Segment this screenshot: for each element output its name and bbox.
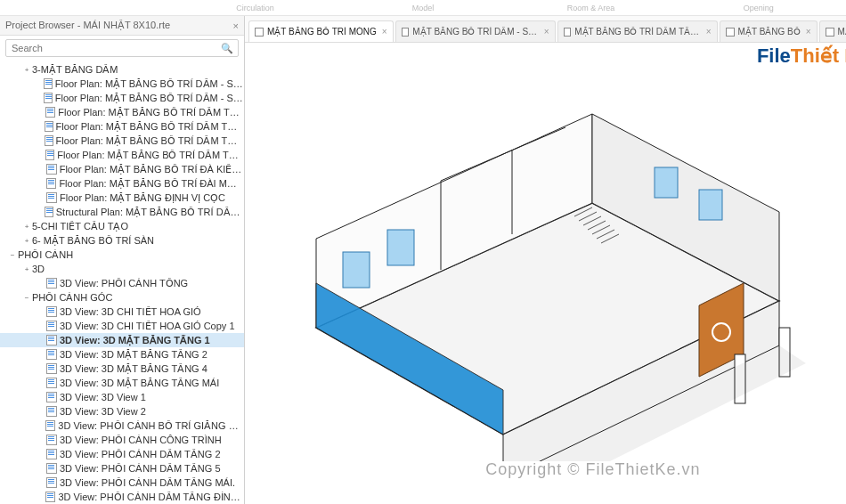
tree-node[interactable]: +6- MẶT BẰNG BỐ TRÍ SÀN bbox=[0, 233, 244, 248]
view-tab[interactable]: MẶT BẰNG BỐ TRÍ DẦM - SÀN TẦ...× bbox=[395, 20, 556, 42]
tree-node[interactable]: −PHỐI CẢNH GÓC bbox=[0, 290, 244, 305]
tree-leaf[interactable]: 3D View: PHỐI CẢNH DẦM TẦNG MÁI. bbox=[0, 476, 244, 490]
expand-icon[interactable]: − bbox=[7, 251, 18, 259]
tree-node[interactable]: +3D bbox=[0, 262, 244, 276]
view-tab[interactable]: MẶT BẰNG BỐ TRÍ DẦM TẦNG 2 C...× bbox=[557, 20, 718, 42]
close-icon[interactable]: × bbox=[706, 27, 712, 37]
view-icon bbox=[45, 420, 55, 431]
tree-leaf[interactable]: 3D View: 3D View 1 bbox=[0, 390, 244, 404]
view-icon bbox=[46, 378, 57, 388]
close-icon[interactable]: × bbox=[382, 27, 387, 37]
view-icon bbox=[46, 178, 57, 189]
close-icon[interactable]: × bbox=[233, 20, 239, 31]
tree-leaf[interactable]: 3D View: 3D CHI TIẾT HOA GIÓ bbox=[0, 305, 244, 319]
tree-item-label: Floor Plan: MẶT BẰNG BỐ TRÍ ĐÀI MÓNG bbox=[59, 178, 244, 190]
tree-item-label: 3D View: 3D MẶT BẰNG TẦNG 2 bbox=[60, 349, 207, 361]
tree-leaf[interactable]: Floor Plan: MẶT BẰNG BỐ TRÍ DẦM TẦNG MÁI bbox=[0, 148, 244, 162]
tree-node[interactable]: +5-CHI TIẾT CẤU TẠO bbox=[0, 219, 244, 233]
tree-item-label: 3D View: PHỐI CẢNH CÔNG TRÌNH bbox=[60, 435, 222, 446]
project-browser-panel: Project Browser - MÁI NHẬT 8X10.rte × 🔍 … bbox=[0, 16, 245, 504]
view-icon bbox=[46, 392, 57, 402]
view-icon bbox=[46, 363, 57, 374]
expand-icon[interactable]: + bbox=[21, 265, 32, 273]
tab-label: MẶT BẰNG BỐ TRÍ DẦM TẦNG 2 C... bbox=[574, 27, 701, 37]
model-render bbox=[281, 78, 806, 461]
tree-item-label: 6- MẶT BẰNG BỐ TRÍ SÀN bbox=[32, 235, 154, 247]
tree-item-label: 3D View: 3D View 1 bbox=[60, 392, 146, 402]
view-icon bbox=[45, 492, 55, 502]
tree-leaf[interactable]: Structural Plan: MẶT BẰNG BỐ TRÍ DẦM TẦN… bbox=[0, 205, 244, 219]
tree-item-label: 3D View: PHỐI CẢNH BỐ TRÍ GIẰNG MÓNG bbox=[58, 420, 244, 432]
view-icon bbox=[46, 335, 57, 345]
project-tree[interactable]: +3-MẶT BẰNG DẦMFloor Plan: MẶT BẰNG BỐ T… bbox=[0, 61, 244, 504]
tree-leaf[interactable]: Floor Plan: MẶT BẰNG BỐ TRÍ DẦM TẦNG 3 C… bbox=[0, 134, 244, 148]
view-icon bbox=[46, 306, 57, 317]
tree-leaf[interactable]: 3D View: 3D MẶT BẰNG TẦNG 2 bbox=[0, 347, 244, 362]
expand-icon[interactable]: − bbox=[21, 294, 32, 302]
panel-title: Project Browser - MÁI NHẬT 8X10.rte bbox=[5, 20, 170, 31]
tree-item-label: Floor Plan: MẶT BẰNG BỐ TRÍ DẦM TẦNG 2 C… bbox=[56, 121, 244, 133]
tree-leaf[interactable]: Floor Plan: MẶT BẰNG BỐ TRÍ ĐÀI MÓNG bbox=[0, 176, 244, 191]
expand-icon[interactable]: + bbox=[21, 237, 32, 245]
svg-rect-21 bbox=[655, 167, 678, 198]
tree-item-label: 3D View: PHỐI CẢNH DẦM TẦNG MÁI. bbox=[60, 477, 235, 489]
viewport-3d[interactable]: FileThiết Kế.vn Copyright © FileThietKe.… bbox=[245, 43, 846, 504]
view-icon bbox=[255, 28, 264, 37]
view-icon bbox=[44, 93, 53, 103]
tree-item-label: 3D View: 3D CHI TIẾT HOA GIÓ bbox=[60, 306, 201, 318]
svg-rect-19 bbox=[343, 252, 370, 288]
search-input[interactable] bbox=[5, 39, 239, 57]
tree-leaf[interactable]: Floor Plan: MẶT BẰNG BỐ TRÍ ĐÀ KIỀNG bbox=[0, 162, 244, 176]
svg-rect-20 bbox=[387, 230, 414, 265]
tab-label: MẶT BẰNG BỐ TRÍ DẦM - SÀN TẦ... bbox=[412, 27, 538, 37]
tree-leaf[interactable]: 3D View: PHỐI CẢNH BỐ TRÍ GIẰNG MÓNG bbox=[0, 419, 244, 433]
close-icon[interactable]: × bbox=[544, 27, 549, 37]
tree-leaf[interactable]: Floor Plan: MẶT BẰNG BỐ TRÍ DẦM - SÀN TẦ… bbox=[0, 77, 244, 91]
ribbon-tabs: Circulation Model Room & Area Opening bbox=[0, 0, 846, 16]
view-icon bbox=[46, 164, 57, 175]
view-icon bbox=[46, 349, 57, 360]
tree-leaf[interactable]: Floor Plan: MẶT BẰNG BỐ TRÍ DẦM - SÀN TẦ… bbox=[0, 91, 244, 105]
tree-leaf[interactable]: 3D View: PHỐI CẢNH DẦM TẦNG ĐỈNH MÁI bbox=[0, 490, 244, 504]
tree-item-label: Floor Plan: MẶT BẰNG BỐ TRÍ DẦM TẦNG 3 C… bbox=[56, 135, 244, 147]
search-icon[interactable]: 🔍 bbox=[221, 43, 233, 54]
expand-icon[interactable]: + bbox=[21, 223, 32, 231]
tree-item-label: Structural Plan: MẶT BẰNG BỐ TRÍ DẦM TẦN… bbox=[56, 207, 244, 218]
view-icon bbox=[45, 107, 55, 118]
expand-icon[interactable]: + bbox=[21, 66, 32, 74]
tree-leaf[interactable]: Floor Plan: MẶT BẰNG BỐ TRÍ DẦM TẦNG 2 bbox=[0, 105, 244, 119]
view-icon bbox=[46, 463, 57, 474]
close-icon[interactable]: × bbox=[806, 27, 811, 37]
copyright-watermark: Copyright © FileThietKe.vn bbox=[485, 460, 700, 479]
tree-leaf[interactable]: 3D View: 3D MẶT BẰNG TẦNG 4 bbox=[0, 362, 244, 376]
view-icon bbox=[45, 207, 53, 217]
tree-leaf[interactable]: Floor Plan: MẶT BẰNG BỐ TRÍ DẦM TẦNG 2 C… bbox=[0, 119, 244, 134]
view-tab[interactable]: MẶT BẰN× bbox=[819, 20, 846, 42]
canvas-area: MẶT BẰNG BỐ TRÍ MÓNG×MẶT BẰNG BỐ TRÍ DẦM… bbox=[245, 16, 846, 504]
view-icon bbox=[726, 28, 735, 37]
search-row: 🔍 bbox=[0, 36, 244, 61]
view-icon bbox=[45, 121, 53, 132]
tree-leaf[interactable]: 3D View: PHỐI CẢNH TỔNG bbox=[0, 276, 244, 290]
view-icon bbox=[46, 321, 57, 331]
tab-label: MẶT BẰNG BỐ bbox=[738, 27, 801, 37]
tree-leaf[interactable]: 3D View: 3D MẶT BẰNG TẦNG 1 bbox=[0, 333, 244, 347]
tree-node[interactable]: +3-MẶT BẰNG DẦM bbox=[0, 62, 244, 77]
view-icon bbox=[826, 28, 834, 37]
view-icon bbox=[45, 150, 55, 160]
view-tab[interactable]: MẶT BẰNG BỐ TRÍ MÓNG× bbox=[248, 20, 394, 42]
tab-label: MẶT BẰN bbox=[838, 27, 846, 37]
tree-leaf[interactable]: 3D View: PHỐI CẢNH DẦM TẦNG 2 bbox=[0, 447, 244, 461]
tree-leaf[interactable]: 3D View: 3D View 2 bbox=[0, 404, 244, 419]
tree-item-label: 3D View: PHỐI CẢNH DẦM TẦNG ĐỈNH MÁI bbox=[58, 492, 244, 503]
tree-leaf[interactable]: 3D View: PHỐI CẢNH CÔNG TRÌNH bbox=[0, 433, 244, 447]
tree-item-label: Floor Plan: MẶT BẰNG ĐỊNH VỊ CỌC bbox=[60, 192, 225, 204]
tree-node[interactable]: −PHỐI CẢNH bbox=[0, 248, 244, 262]
tree-leaf[interactable]: 3D View: 3D MẶT BẰNG TẦNG MÁI bbox=[0, 376, 244, 390]
tree-leaf[interactable]: 3D View: 3D CHI TIẾT HOA GIÓ Copy 1 bbox=[0, 319, 244, 333]
view-icon bbox=[46, 477, 57, 488]
tree-leaf[interactable]: Floor Plan: MẶT BẰNG ĐỊNH VỊ CỌC bbox=[0, 191, 244, 205]
tree-leaf[interactable]: 3D View: PHỐI CẢNH DẦM TẦNG 5 bbox=[0, 461, 244, 476]
view-icon bbox=[46, 449, 57, 459]
view-tab[interactable]: MẶT BẰNG BỐ× bbox=[720, 20, 818, 42]
